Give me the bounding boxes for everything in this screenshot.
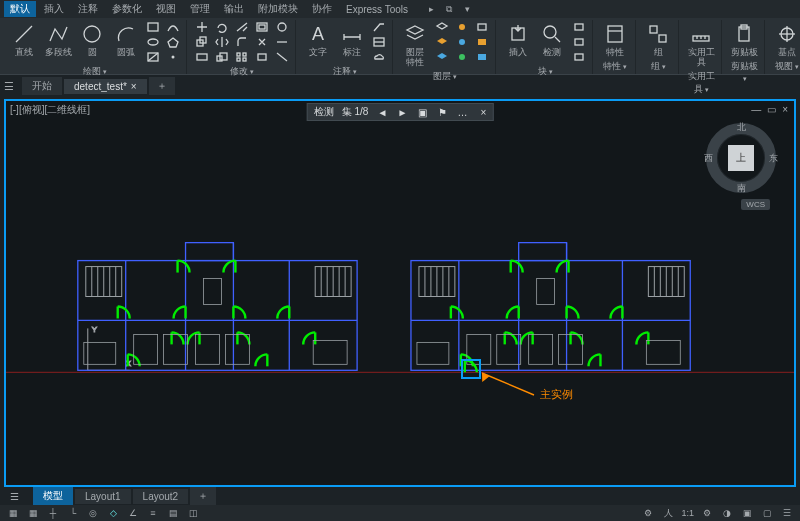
menu-express[interactable]: Express Tools [340, 3, 414, 16]
menu-output[interactable]: 输出 [218, 1, 250, 17]
menu-default[interactable]: 默认 [4, 1, 36, 17]
filetab-add[interactable]: ＋ [149, 77, 175, 95]
close-icon[interactable]: × [131, 81, 137, 92]
menu-collab[interactable]: 协作 [306, 1, 338, 17]
offset-icon[interactable] [253, 20, 271, 34]
layouttab-model[interactable]: 模型 [33, 487, 73, 505]
erase-icon[interactable] [253, 50, 271, 64]
ribbon-label-layer[interactable]: 图层 [399, 69, 491, 84]
ribbon-label-modify[interactable]: 修改 [193, 64, 291, 79]
insert-block-button[interactable]: 插入 [502, 20, 534, 59]
detect-button[interactable]: 检测 [536, 20, 568, 59]
status-clean-icon[interactable]: ▢ [760, 506, 774, 520]
point-icon[interactable] [164, 50, 182, 64]
layer-sm-9-icon[interactable] [473, 50, 491, 64]
ribbon-label-annotate[interactable]: 注释 [302, 64, 388, 79]
layer-sm-7-icon[interactable] [473, 20, 491, 34]
qat-more-icon[interactable]: ▾ [460, 2, 474, 16]
stretch-icon[interactable] [193, 50, 211, 64]
status-trans-icon[interactable]: ◫ [186, 506, 200, 520]
status-annoscale-icon[interactable]: 人 [661, 506, 675, 520]
block-sm-3-icon[interactable] [570, 50, 588, 64]
status-ws-icon[interactable]: ⚙ [641, 506, 655, 520]
status-scale[interactable]: 1:1 [681, 508, 694, 518]
menu-insert[interactable]: 插入 [38, 1, 70, 17]
status-dyn-icon[interactable]: ≡ [146, 506, 160, 520]
layouttab-add[interactable]: ＋ [190, 487, 216, 505]
layer-properties-button[interactable]: 图层 特性 [399, 20, 431, 69]
modify-misc-3-icon[interactable] [273, 50, 291, 64]
circle-button[interactable]: 圆 [76, 20, 108, 59]
status-osnap-icon[interactable]: ◇ [106, 506, 120, 520]
qat-play-icon[interactable]: ▸ [424, 2, 438, 16]
ribbon-label-utilities[interactable]: 实用工具 [685, 69, 717, 97]
layer-sm-4-icon[interactable] [453, 20, 471, 34]
filetab-detect-test[interactable]: detect_test* × [64, 79, 147, 94]
text-button[interactable]: A 文字 [302, 20, 334, 59]
layer-sm-2-icon[interactable] [433, 35, 451, 49]
move-icon[interactable] [193, 20, 211, 34]
polygon-icon[interactable] [164, 35, 182, 49]
block-sm-2-icon[interactable] [570, 35, 588, 49]
fillet-icon[interactable] [233, 35, 251, 49]
explode-icon[interactable] [253, 35, 271, 49]
qat-share-icon[interactable]: ⧉ [442, 2, 456, 16]
arc-button[interactable]: 圆弧 [110, 20, 142, 59]
polyline-button[interactable]: 多段线 [42, 20, 74, 59]
trim-icon[interactable] [233, 20, 251, 34]
layer-sm-5-icon[interactable] [453, 35, 471, 49]
utilities-button[interactable]: 实用工具 [685, 20, 717, 69]
menu-manage[interactable]: 管理 [184, 1, 216, 17]
layouttab-layout1[interactable]: Layout1 [75, 489, 131, 504]
basepoint-button[interactable]: 基点 [771, 20, 800, 59]
layer-sm-6-icon[interactable] [453, 50, 471, 64]
table-icon[interactable] [370, 35, 388, 49]
spline-icon[interactable] [164, 20, 182, 34]
status-snap-icon[interactable]: ┼ [46, 506, 60, 520]
status-polar-icon[interactable]: ◎ [86, 506, 100, 520]
drawing-viewport[interactable]: [-][俯视][二维线框] — ▭ × 上 北 南 东 西 WCS 检测 集 1… [4, 99, 796, 487]
ribbon-label-clipboard[interactable]: 剪贴板 [728, 59, 760, 84]
status-model-icon[interactable]: ▦ [6, 506, 20, 520]
clipboard-button[interactable]: 剪贴板 [728, 20, 760, 59]
menu-addins[interactable]: 附加模块 [252, 1, 304, 17]
layer-sm-1-icon[interactable] [433, 20, 451, 34]
ribbon-label-view[interactable]: 视图 [771, 59, 800, 74]
status-track-icon[interactable]: ∠ [126, 506, 140, 520]
copy-icon[interactable] [193, 35, 211, 49]
ribbon-label-properties[interactable]: 特性 [599, 59, 631, 74]
line-button[interactable]: 直线 [8, 20, 40, 59]
array-icon[interactable] [233, 50, 251, 64]
dimension-button[interactable]: 标注 [336, 20, 368, 59]
ribbon-label-block[interactable]: 块 [502, 64, 588, 79]
ribbon-label-draw[interactable]: 绘图 [8, 64, 182, 79]
leader-icon[interactable] [370, 20, 388, 34]
modify-misc-2-icon[interactable] [273, 35, 291, 49]
cloud-icon[interactable] [370, 50, 388, 64]
layer-sm-8-icon[interactable] [473, 35, 491, 49]
mirror-icon[interactable] [213, 35, 231, 49]
hatch-icon[interactable] [144, 50, 162, 64]
scale-icon[interactable] [213, 50, 231, 64]
status-hw-icon[interactable]: ▣ [740, 506, 754, 520]
status-isolate-icon[interactable]: ◑ [720, 506, 734, 520]
ribbon-label-group[interactable]: 组 [642, 59, 674, 74]
layouttab-layout2[interactable]: Layout2 [133, 489, 189, 504]
status-custom-icon[interactable]: ☰ [780, 506, 794, 520]
group-button[interactable]: 组 [642, 20, 674, 59]
layer-sm-3-icon[interactable] [433, 50, 451, 64]
block-sm-1-icon[interactable] [570, 20, 588, 34]
properties-button[interactable]: 特性 [599, 20, 631, 59]
menu-view[interactable]: 视图 [150, 1, 182, 17]
layout-hamburger-icon[interactable]: ☰ [4, 491, 25, 502]
status-ortho-icon[interactable]: └ [66, 506, 80, 520]
menu-parametric[interactable]: 参数化 [106, 1, 148, 17]
ellipse-icon[interactable] [144, 35, 162, 49]
status-gear-icon[interactable]: ⚙ [700, 506, 714, 520]
menu-annotate[interactable]: 注释 [72, 1, 104, 17]
rotate-icon[interactable] [213, 20, 231, 34]
rect-icon[interactable] [144, 20, 162, 34]
filetab-start[interactable]: 开始 [22, 77, 62, 95]
status-grid-icon[interactable]: ▦ [26, 506, 40, 520]
modify-misc-1-icon[interactable] [273, 20, 291, 34]
